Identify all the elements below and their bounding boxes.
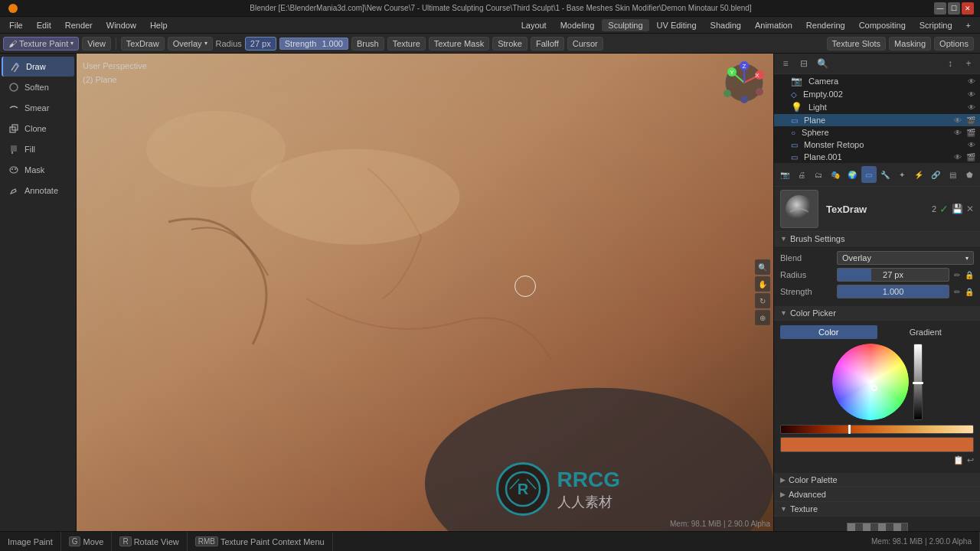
ws-scripting[interactable]: Scripting — [913, 19, 959, 31]
tool-name-selector[interactable]: TexDraw — [121, 37, 165, 51]
minimize-button[interactable]: — — [934, 2, 946, 15]
empty-visible-icon[interactable]: 👁 — [968, 90, 975, 99]
brightness-bar-vertical[interactable] — [913, 344, 923, 420]
tool-soften[interactable]: Soften — [2, 77, 74, 97]
color-tab-gradient[interactable]: Gradient — [877, 325, 975, 339]
tool-fill[interactable]: Fill — [2, 139, 74, 159]
outliner-icon[interactable]: ≡ — [777, 55, 794, 72]
rotate-icon[interactable]: ↻ — [755, 293, 770, 308]
viewport[interactable]: User Perspective (2) Plane X Y Z — [77, 54, 773, 531]
hue-bar[interactable] — [780, 425, 974, 434]
ws-layout[interactable]: Layout — [515, 19, 553, 31]
search-icon[interactable]: 🔍 — [814, 55, 831, 72]
new-collection-icon[interactable]: + — [960, 55, 977, 72]
tool-draw[interactable]: Draw — [2, 57, 74, 77]
output-props-icon[interactable]: 🖨 — [794, 166, 809, 183]
ws-animation[interactable]: Animation — [749, 19, 799, 31]
texdraw-close-icon[interactable]: ✕ — [966, 204, 974, 214]
outliner-light[interactable]: 💡 Light 👁 — [774, 100, 980, 114]
advanced-section[interactable]: ▶ Advanced — [774, 487, 980, 502]
plane-visible-icon[interactable]: 👁 — [954, 116, 962, 125]
move-icon[interactable]: ⊕ — [755, 310, 770, 325]
constraints-props-icon[interactable]: 🔗 — [928, 166, 943, 183]
menu-edit[interactable]: Edit — [31, 19, 57, 31]
texture-button[interactable]: Texture — [387, 37, 426, 51]
falloff-button[interactable]: Falloff — [531, 37, 564, 51]
status-move[interactable]: G Move — [61, 532, 113, 551]
plane-render-icon[interactable]: 🎬 — [966, 116, 975, 125]
data-props-icon[interactable]: ▤ — [945, 166, 960, 183]
color-wheel[interactable] — [832, 344, 909, 420]
blend-selector[interactable]: Overlay ▾ — [168, 37, 213, 51]
plane001-visible-icon[interactable]: 👁 — [954, 153, 962, 161]
render-props-icon[interactable]: 📷 — [777, 166, 792, 183]
menu-render[interactable]: Render — [59, 19, 99, 31]
ws-sculpting[interactable]: Sculpting — [602, 19, 648, 31]
strength-lock-icon[interactable]: 🔒 — [965, 288, 974, 296]
tool-mask[interactable]: Mask — [2, 160, 74, 180]
blend-dropdown[interactable]: Overlay ▾ — [837, 251, 974, 265]
light-visible-icon[interactable]: 👁 — [968, 103, 975, 112]
texdraw-save-icon[interactable]: 💾 — [952, 204, 963, 214]
material-props-icon[interactable]: ⬟ — [962, 166, 977, 183]
ws-compositing[interactable]: Compositing — [853, 19, 912, 31]
scene-props-icon[interactable]: 🎭 — [828, 166, 843, 183]
zoom-icon[interactable]: 🔍 — [755, 259, 770, 275]
texture-slots-button[interactable]: Texture Slots — [827, 37, 887, 51]
sort-icon[interactable]: ↕ — [942, 55, 959, 72]
texdraw-check-icon[interactable]: ✓ — [939, 203, 949, 215]
strength-field[interactable]: Strength 1.000 — [279, 37, 348, 50]
radius-lock-icon[interactable]: 🔒 — [965, 271, 974, 279]
menu-file[interactable]: File — [3, 19, 29, 31]
camera-visible-icon[interactable]: 👁 — [968, 77, 975, 86]
color-copy-icon[interactable]: 📋 — [953, 455, 964, 465]
texture-mask-button[interactable]: Texture Mask — [429, 37, 489, 51]
radius-edit-icon[interactable]: ✏ — [954, 271, 960, 279]
texture-section[interactable]: ▼ Texture — [774, 502, 980, 517]
radius-input[interactable]: 27 px — [245, 37, 276, 51]
ws-shading[interactable]: Shading — [704, 19, 747, 31]
ws-more[interactable]: + — [960, 19, 977, 31]
brush-button[interactable]: Brush — [351, 37, 384, 51]
view-layer-props-icon[interactable]: 🗂 — [811, 166, 826, 183]
tool-annotate[interactable]: Annotate — [2, 181, 74, 201]
world-props-icon[interactable]: 🌍 — [844, 166, 860, 183]
brush-settings-section[interactable]: ▼ Brush Settings — [774, 232, 980, 246]
sphere-visible-icon[interactable]: 👁 — [954, 129, 962, 137]
navigation-gizmo[interactable]: X Y Z — [721, 60, 767, 106]
menu-window[interactable]: Window — [100, 19, 142, 31]
filter-icon[interactable]: ⊟ — [795, 55, 812, 72]
outliner-plane[interactable]: ▭ Plane 👁 🎬 — [774, 114, 980, 126]
particles-props-icon[interactable]: ✦ — [894, 166, 910, 183]
plane001-render-icon[interactable]: 🎬 — [966, 153, 975, 161]
tool-smear[interactable]: Smear — [2, 98, 74, 118]
stroke-button[interactable]: Stroke — [492, 37, 528, 51]
physics-props-icon[interactable]: ⚡ — [911, 166, 926, 183]
options-button[interactable]: Options — [934, 37, 974, 51]
ws-modeling[interactable]: Modeling — [554, 19, 601, 31]
sphere-render-icon[interactable]: 🎬 — [966, 129, 975, 137]
view-button[interactable]: View — [82, 37, 111, 51]
radius-slider[interactable]: 27 px — [837, 268, 949, 282]
outliner-sphere[interactable]: ○ Sphere 👁 🎬 — [774, 126, 980, 139]
ws-uv-editing[interactable]: UV Editing — [651, 19, 703, 31]
strength-slider[interactable]: 1.000 — [837, 285, 949, 298]
mode-selector[interactable]: 🖌 Texture Paint ▾ — [3, 37, 79, 51]
masking-button[interactable]: Masking — [889, 37, 931, 51]
strength-edit-icon[interactable]: ✏ — [954, 288, 960, 296]
color-reset-icon[interactable]: ↩ — [967, 455, 974, 465]
color-palette-section[interactable]: ▶ Color Palette — [774, 473, 980, 487]
ws-rendering[interactable]: Rendering — [800, 19, 851, 31]
status-image-paint[interactable]: Image Paint — [0, 532, 61, 551]
maximize-button[interactable]: ☐ — [948, 2, 960, 15]
outliner-monster[interactable]: ▭ Monster Retopo 👁 — [774, 139, 980, 151]
color-tab-color[interactable]: Color — [780, 325, 877, 339]
close-button[interactable]: ✕ — [962, 2, 974, 15]
monster-visible-icon[interactable]: 👁 — [968, 141, 975, 149]
status-context-menu[interactable]: RMB Texture Paint Context Menu — [188, 532, 333, 551]
color-picker-section[interactable]: ▼ Color Picker — [774, 306, 980, 321]
outliner-empty[interactable]: ◇ Empty.002 👁 — [774, 88, 980, 100]
outliner-plane001[interactable]: ▭ Plane.001 👁 🎬 — [774, 151, 980, 163]
object-props-icon[interactable]: ▭ — [861, 166, 877, 183]
tool-clone[interactable]: Clone — [2, 119, 74, 139]
